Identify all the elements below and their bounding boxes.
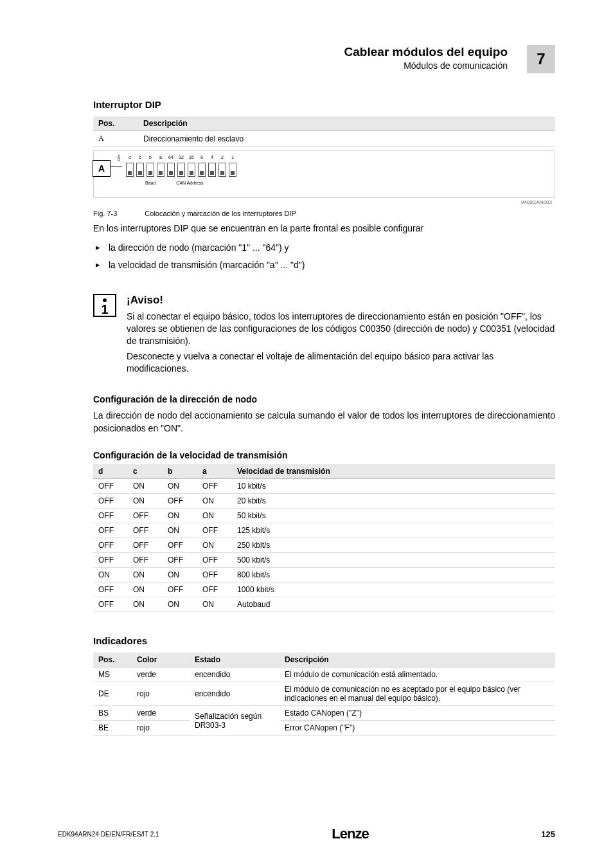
dip-switches: d c b a 64 32 16 8 4 2 1 (126, 155, 236, 177)
intro-bullets: la dirección de nodo (marcación "1" ... … (93, 242, 555, 272)
aviso-p2: Desconecte y vuelva a conectar el voltaj… (127, 350, 555, 375)
baud-config-title: Configuración de la velocidad de transmi… (93, 450, 555, 460)
baud-row: OFFONONONAutobaud (93, 597, 555, 612)
pos-table: Pos. Descripción A Direccionamiento del … (93, 116, 555, 147)
pos-head-pos: Pos. (93, 116, 138, 131)
bullet-1: la dirección de nodo (marcación "1" ... … (93, 242, 555, 255)
page-footer: EDK94ARN24 DE/EN/FR/ES/IT 2.1 Lenze 125 (58, 826, 555, 842)
dip-letter-box: A (93, 160, 111, 177)
ind-row-ms: MS verde encendido El módulo de comunica… (93, 667, 555, 682)
node-config-title: Configuración de la dirección de nodo (93, 394, 555, 404)
ind-row-bs: BS verde Señalización según DR303-3 Esta… (93, 706, 555, 721)
aviso-p1: Si al conectar el equipo básico, todos l… (127, 311, 555, 347)
header-title: Cablear módulos del equipo (344, 45, 508, 59)
baud-table: d c b a Velocidad de transmisión OFFONON… (93, 464, 555, 612)
section-number-box: 7 (527, 45, 555, 73)
dip-on-label: ON (117, 155, 121, 161)
pos-head-desc: Descripción (138, 116, 555, 131)
footer-logo: Lenze (332, 826, 368, 842)
pointer-line (111, 167, 122, 167)
indicators-title: Indicadores (93, 635, 555, 646)
pos-desc-a: Direccionamiento del esclavo (138, 131, 555, 147)
aviso-block: ●1 ¡Aviso! Si al conectar el equipo bási… (93, 294, 555, 379)
aviso-title: ¡Aviso! (127, 294, 555, 307)
node-config-text: La dirección de nodo del accionamiento s… (93, 410, 555, 435)
footer-left: EDK94ARN24 DE/EN/FR/ES/IT 2.1 (58, 831, 159, 838)
baud-row: OFFOFFONON50 kbit/s (93, 509, 555, 523)
baud-row: OFFONONOFF10 kbit/s (93, 479, 555, 494)
dip-diagram: A ON d c b a 64 32 16 8 4 2 1 Baud CAN A… (93, 150, 555, 198)
header-subtitle: Módulos de comunicación (344, 60, 508, 71)
baud-row: OFFONOFFOFF1000 kbit/s (93, 583, 555, 597)
footer-page-number: 125 (541, 829, 555, 839)
baud-row: OFFOFFOFFON250 kbit/s (93, 538, 555, 553)
ind-row-de: DE rojo encendido El módulo de comunicac… (93, 682, 555, 706)
dip-section-title: Interruptor DIP (93, 99, 555, 110)
figure-caption: Fig. 7-3 Colocación y marcación de los i… (93, 210, 555, 217)
baud-row: ONONONOFF800 kbit/s (93, 568, 555, 583)
page-header: Cablear módulos del equipo Módulos de co… (93, 45, 555, 73)
intro-text: En los interruptores DIP que se encuentr… (93, 222, 555, 235)
info-icon: ●1 (93, 294, 116, 317)
ind-row-be: BE rojo Error CANopen ("F") (93, 721, 555, 736)
baud-row: OFFOFFONOFF125 kbit/s (93, 523, 555, 538)
baud-row: OFFONOFFON20 kbit/s (93, 494, 555, 509)
bullet-2: la velocidad de transmisión (marcación "… (93, 259, 555, 272)
pos-row-a: A (93, 131, 138, 147)
dip-code: 9400CAN003 (521, 199, 552, 205)
indicators-table: Pos. Color Estado Descripción MS verde e… (93, 653, 555, 736)
dip-bottom-labels: Baud CAN Address (127, 181, 203, 185)
baud-row: OFFOFFOFFOFF500 kbit/s (93, 553, 555, 568)
